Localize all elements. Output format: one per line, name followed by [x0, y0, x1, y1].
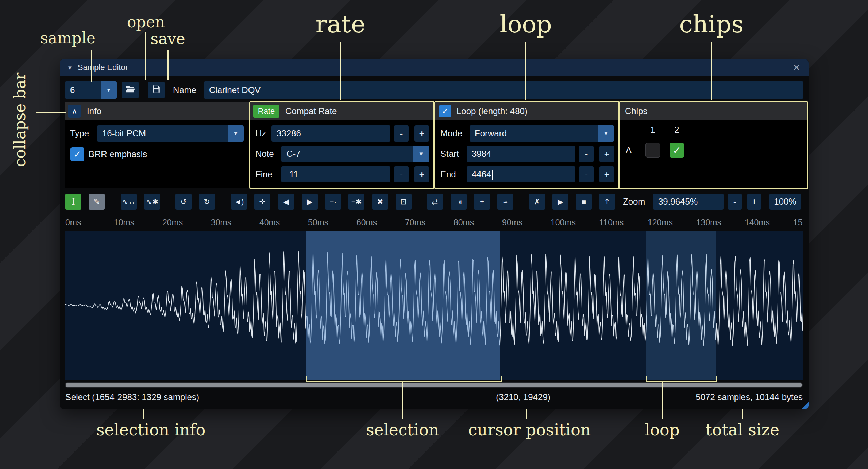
window-title: Sample Editor: [78, 63, 128, 72]
chevron-down-icon: ▼: [228, 125, 244, 142]
loop-enable-checkbox[interactable]: ✓: [439, 105, 451, 117]
insert-silence-icon[interactable]: −·: [325, 194, 341, 210]
annotation-line-selection: [402, 382, 403, 419]
sign-change-icon[interactable]: ±: [474, 194, 490, 210]
rate-toggle-button[interactable]: Rate: [253, 105, 279, 118]
crossfade-icon[interactable]: ✗: [529, 194, 545, 210]
brr-emphasis-checkbox[interactable]: ✓: [70, 147, 84, 161]
loop-start-value: 3984: [472, 149, 491, 159]
hz-minus-button[interactable]: -: [394, 125, 409, 142]
loop-mode-value: Forward: [475, 128, 507, 138]
hz-value: 33286: [277, 128, 301, 138]
loop-start-minus-button[interactable]: -: [579, 146, 594, 162]
text-caret: [492, 170, 493, 180]
insert-icon[interactable]: ⇥: [451, 194, 467, 210]
titlebar[interactable]: ▼ Sample Editor ✕: [60, 59, 809, 76]
note-select[interactable]: C-7 ▼: [281, 146, 429, 162]
scrollbar-thumb[interactable]: [66, 383, 802, 387]
undo-icon[interactable]: ↺: [175, 194, 192, 210]
loop-mode-select[interactable]: Forward ▼: [470, 125, 614, 142]
exchange-icon[interactable]: ⇄: [427, 194, 443, 210]
timeline-tick: 140ms: [745, 218, 770, 228]
open-button[interactable]: [122, 82, 139, 98]
annotation-line-loop-region: [662, 382, 663, 419]
timeline-tick: 120ms: [648, 218, 673, 228]
info-panel-title: Info: [87, 102, 101, 120]
chip-2-checkbox[interactable]: ✓: [670, 143, 684, 158]
amplify-icon[interactable]: ◄): [231, 194, 247, 210]
annotation-line-save: [167, 50, 169, 80]
zoom-in-button[interactable]: +: [747, 194, 761, 210]
fine-minus-button[interactable]: -: [394, 166, 409, 182]
create-wavetable-icon[interactable]: ↥: [599, 194, 615, 210]
chips-column-2: 2: [670, 125, 684, 135]
annotation-loop-region: loop: [640, 420, 684, 439]
zoom-out-button[interactable]: -: [728, 194, 742, 210]
sample-name-value: Clarinet DQV: [209, 85, 261, 95]
redo-icon[interactable]: ↻: [199, 194, 215, 210]
hz-input[interactable]: 33286: [271, 125, 390, 142]
trim-icon[interactable]: ⊡: [396, 194, 412, 210]
chip-1-checkbox[interactable]: [645, 143, 660, 158]
annotation-rate: rate: [304, 10, 377, 38]
annotation-cursor-position: cursor position: [468, 420, 585, 439]
loop-end-minus-button[interactable]: -: [579, 166, 594, 182]
note-label: Note: [255, 146, 274, 162]
delete-icon[interactable]: ✖: [372, 194, 388, 210]
close-icon[interactable]: ✕: [792, 62, 801, 73]
type-select[interactable]: 16-bit PCM ▼: [97, 125, 244, 142]
backward-icon[interactable]: ◀: [278, 194, 294, 210]
normalize-icon[interactable]: ✛: [254, 194, 270, 210]
waveform-scrollbar[interactable]: [65, 382, 803, 388]
select-tool[interactable]: I: [65, 194, 81, 210]
timeline-tick: 110ms: [599, 218, 624, 228]
draw-tool[interactable]: ✎: [89, 194, 105, 210]
rate-panel-title: Compat Rate: [285, 102, 337, 120]
waveform-display[interactable]: [65, 231, 803, 380]
waveform-centerline: [65, 306, 803, 306]
timeline-tick: 40ms: [259, 218, 280, 228]
preview-icon[interactable]: ▶: [552, 194, 568, 210]
sample-number-value: 6: [70, 85, 75, 95]
sample-number-select[interactable]: 6 ▼: [65, 81, 117, 99]
collapse-bar-button[interactable]: ∧: [68, 105, 81, 118]
zoom-reset-button[interactable]: 100%: [769, 194, 801, 210]
timeline-tick: 130ms: [696, 218, 721, 228]
mode-label: Mode: [440, 125, 462, 142]
loop-end-input[interactable]: 4464: [467, 166, 575, 182]
forward-icon[interactable]: ▶: [302, 194, 318, 210]
fine-plus-button[interactable]: +: [414, 166, 429, 182]
rate-panel-header: Rate Compat Rate: [250, 102, 433, 120]
loop-start-plus-button[interactable]: +: [599, 146, 614, 162]
window-collapse-icon[interactable]: ▼: [67, 65, 73, 71]
chevron-down-icon: ▼: [598, 125, 614, 142]
chips-panel-title: Chips: [625, 102, 647, 120]
check-icon: ✓: [672, 144, 681, 156]
fine-input[interactable]: -11: [281, 166, 390, 182]
annotation-line-total-size: [742, 409, 743, 419]
timeline-tick: 150: [793, 218, 803, 228]
selection-bracket: [306, 376, 502, 382]
filter-icon[interactable]: ≈: [497, 194, 513, 210]
timeline-tick: 90ms: [502, 218, 522, 228]
resample-icon[interactable]: ∿✱: [144, 194, 160, 210]
zoom-input[interactable]: 39.9645%: [653, 194, 724, 210]
sample-name-input[interactable]: Clarinet DQV: [204, 81, 803, 99]
timeline-tick: 30ms: [211, 218, 231, 228]
resize-icon[interactable]: ∿↔: [121, 194, 137, 210]
timeline-tick: 20ms: [162, 218, 183, 228]
hz-plus-button[interactable]: +: [414, 125, 429, 142]
chips-column-1: 1: [645, 125, 660, 135]
loop-end-plus-button[interactable]: +: [599, 166, 614, 182]
apply-silence-icon[interactable]: −✱: [348, 194, 364, 210]
total-size-text: 5072 samples, 10144 bytes: [695, 389, 803, 405]
chevron-up-icon: ∧: [72, 107, 77, 116]
annotation-line-selection-info: [143, 409, 144, 419]
type-value: 16-bit PCM: [102, 128, 146, 138]
loop-start-input[interactable]: 3984: [467, 146, 575, 162]
type-label: Type: [70, 125, 89, 142]
window-resize-grip[interactable]: [801, 401, 809, 409]
info-panel-header: ∧ Info: [65, 102, 249, 120]
stop-icon[interactable]: ■: [576, 194, 592, 210]
save-button[interactable]: [148, 82, 165, 98]
